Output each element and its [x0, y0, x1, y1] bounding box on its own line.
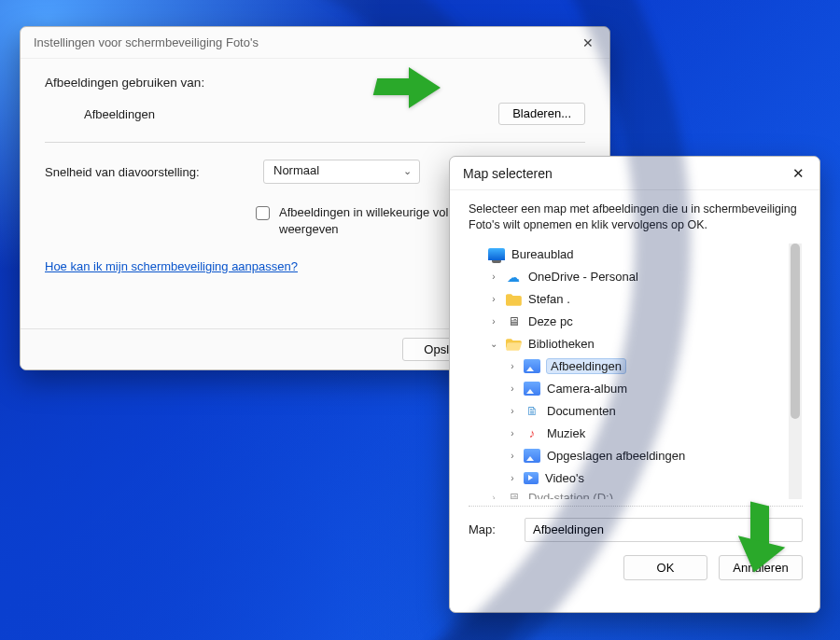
- tree-item[interactable]: ›Video's: [469, 467, 787, 490]
- picker-window-title: Map selecteren: [463, 166, 786, 181]
- desktop-icon: [488, 248, 505, 260]
- picker-body: Selecteer een map met afbeeldingen die u…: [450, 190, 819, 542]
- tree-item[interactable]: ⌄Bibliotheken: [469, 333, 787, 355]
- video-icon: [524, 472, 539, 484]
- folder-tree[interactable]: ·Bureaublad›☁OneDrive - Personal›Stefan …: [469, 243, 802, 500]
- chevron-right-icon[interactable]: ›: [507, 406, 518, 416]
- tree-item[interactable]: ›🖥Dvd-station (D:): [469, 490, 787, 500]
- tree-item[interactable]: ›Afbeeldingen: [469, 355, 787, 378]
- folder-open-icon: [505, 337, 522, 352]
- tree-item[interactable]: ›Opgeslagen afbeeldingen: [469, 445, 787, 467]
- tree-item[interactable]: ›☁OneDrive - Personal: [469, 266, 787, 288]
- photos-screensaver-settings-window: Instellingen voor schermbeveiliging Foto…: [20, 26, 610, 370]
- chevron-right-icon[interactable]: ›: [488, 271, 499, 282]
- folder-tree-container: ·Bureaublad›☁OneDrive - Personal›Stefan …: [469, 243, 803, 500]
- tree-item-label: Bureaublad: [511, 247, 574, 261]
- tree-item-label: Camera-album: [546, 382, 627, 396]
- selected-folder-row: Map:: [469, 518, 803, 542]
- settings-close-button[interactable]: ✕: [576, 35, 600, 50]
- settings-save-label: Opslaan: [424, 342, 469, 356]
- tree-item-label: Deze pc: [527, 314, 573, 328]
- selected-folder-input[interactable]: [525, 518, 803, 542]
- music-icon: ♪: [524, 426, 540, 441]
- picture-icon: [524, 359, 540, 373]
- chevron-right-icon[interactable]: ›: [507, 428, 518, 438]
- settings-body: Afbeeldingen gebruiken van: Afbeeldingen…: [21, 59, 609, 290]
- close-icon: ✕: [792, 165, 805, 181]
- tree-item[interactable]: ›Stefan .: [469, 288, 787, 311]
- shuffle-checkbox[interactable]: [256, 206, 270, 220]
- picker-titlebar: Map selecteren ✕: [450, 157, 819, 190]
- chevron-right-icon[interactable]: ›: [507, 473, 518, 483]
- tree-item[interactable]: ›🗎Documenten: [469, 400, 787, 423]
- settings-footer: Opslaan Annuleren: [21, 328, 609, 369]
- desktop-background: Instellingen voor schermbeveiliging Foto…: [0, 0, 840, 640]
- current-folder-value: Afbeeldingen: [84, 107, 280, 121]
- selected-folder-label: Map:: [469, 522, 510, 536]
- tree-item-label: Documenten: [546, 404, 616, 418]
- picture-icon: [524, 382, 540, 396]
- shuffle-label: Afbeeldingen in willekeurige volgorde we…: [279, 204, 494, 237]
- tree-item[interactable]: ›Camera-album: [469, 378, 787, 400]
- help-link[interactable]: Hoe kan ik mijn schermbeveiliging aanpas…: [45, 259, 298, 273]
- picture-icon: [524, 449, 540, 463]
- tree-item-label: Video's: [544, 471, 584, 485]
- slideshow-speed-value: Normaal: [273, 163, 319, 177]
- slideshow-speed-select[interactable]: Normaal ⌄: [263, 160, 420, 184]
- tree-item-label: Bibliotheken: [527, 337, 595, 351]
- settings-window-title: Instellingen voor schermbeveiliging Foto…: [34, 35, 576, 49]
- picker-footer: OK Annuleren: [450, 555, 819, 595]
- picker-close-button[interactable]: ✕: [786, 165, 810, 182]
- settings-save-button[interactable]: Opslaan: [402, 338, 490, 361]
- settings-cancel-label: Annuleren: [522, 342, 577, 356]
- this-pc-icon: 🖥: [505, 491, 522, 500]
- tree-item-label: Stefan .: [527, 292, 570, 306]
- picker-ok-button[interactable]: OK: [623, 555, 707, 580]
- chevron-down-icon: ⌄: [403, 165, 412, 177]
- tree-item[interactable]: ›🖥Deze pc: [469, 311, 787, 333]
- browse-button[interactable]: Bladeren...: [498, 103, 585, 125]
- folder-icon: [505, 292, 522, 307]
- tree-item-label: Dvd-station (D:): [527, 491, 613, 500]
- picker-cancel-button[interactable]: Annuleren: [719, 555, 803, 580]
- chevron-right-icon[interactable]: ›: [507, 451, 518, 461]
- slideshow-speed-row: Snelheid van diavoorstelling: Normaal ⌄: [45, 160, 585, 184]
- settings-titlebar: Instellingen voor schermbeveiliging Foto…: [21, 27, 609, 59]
- browse-button-label: Bladeren...: [512, 106, 571, 120]
- chevron-down-icon[interactable]: ⌄: [488, 339, 499, 349]
- chevron-right-icon[interactable]: ›: [488, 493, 499, 500]
- picker-instruction: Selecteer een map met afbeeldingen die u…: [469, 202, 803, 233]
- this-pc-icon: 🖥: [505, 314, 522, 329]
- tree-item-label: Opgeslagen afbeeldingen: [546, 449, 685, 463]
- tree-item[interactable]: ›♪Muziek: [469, 423, 787, 445]
- divider: [45, 142, 585, 143]
- divider: [469, 506, 803, 507]
- tree-item[interactable]: ·Bureaublad: [469, 243, 787, 266]
- current-folder-row: Afbeeldingen Bladeren...: [45, 103, 585, 125]
- chevron-right-icon[interactable]: ›: [507, 361, 518, 371]
- settings-cancel-button[interactable]: Annuleren: [500, 338, 598, 361]
- picker-ok-label: OK: [657, 561, 675, 575]
- picker-cancel-label: Annuleren: [733, 561, 788, 575]
- onedrive-icon: ☁: [505, 270, 522, 285]
- scrollbar-thumb[interactable]: [791, 243, 800, 419]
- tree-item-label: Afbeeldingen: [546, 358, 626, 374]
- use-pictures-from-row: Afbeeldingen gebruiken van:: [45, 76, 585, 90]
- shuffle-row: Afbeeldingen in willekeurige volgorde we…: [256, 204, 585, 237]
- close-icon: ✕: [582, 35, 594, 50]
- folder-picker-window: Map selecteren ✕ Selecteer een map met a…: [449, 156, 820, 613]
- chevron-right-icon[interactable]: ›: [488, 316, 499, 327]
- tree-item-label: Muziek: [546, 426, 585, 440]
- tree-scrollbar[interactable]: [789, 243, 802, 499]
- slideshow-speed-label: Snelheid van diavoorstelling:: [45, 165, 246, 179]
- chevron-right-icon[interactable]: ›: [488, 294, 499, 304]
- use-pictures-from-label: Afbeeldingen gebruiken van:: [45, 76, 204, 90]
- document-icon: 🗎: [524, 404, 540, 419]
- tree-item-label: OneDrive - Personal: [527, 270, 638, 284]
- chevron-right-icon[interactable]: ›: [507, 383, 518, 394]
